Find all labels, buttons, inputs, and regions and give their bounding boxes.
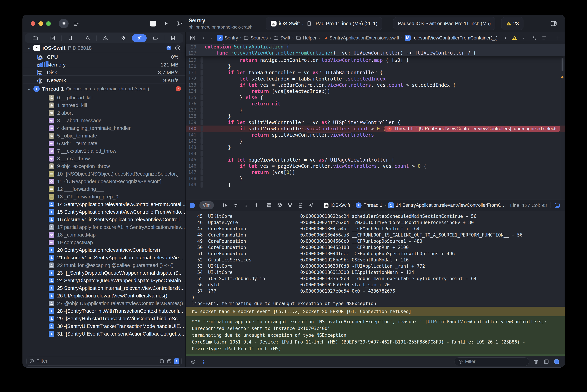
console-process-icon[interactable] <box>201 359 206 364</box>
console-filter-field[interactable]: Filter <box>454 357 529 366</box>
minimap-icon[interactable] <box>541 35 547 41</box>
stack-frame-row[interactable]: 10 -[NSObject(NSObject) doesNotRecognize… <box>23 170 186 178</box>
navigator-tab-debug-spray[interactable] <box>132 34 147 42</box>
process-row[interactable]: ⌄ iOS-Swift PID 98018 <box>23 44 186 52</box>
breadcrumb-item[interactable]: Sentry <box>217 35 238 41</box>
debug-process-crumb[interactable]: iOS-Swift <box>330 202 350 208</box>
code-line-147[interactable]: 147 return [vcs[0]] <box>186 169 565 176</box>
stack-frame-row[interactable]: 7 __cxxabiv1::failed_throw <box>23 147 186 155</box>
related-items-icon[interactable] <box>532 35 538 41</box>
step-out-button[interactable] <box>253 202 260 208</box>
stack-frame-row[interactable]: 8 __cxa_throw <box>23 155 186 162</box>
scheme-name[interactable]: iOS-Swift <box>279 21 300 26</box>
stack-frame-row[interactable]: 13 _CF_forwarding_prep_0 <box>23 193 186 200</box>
debug-view-3d-button[interactable] <box>276 202 283 208</box>
environment-overrides-button[interactable] <box>297 202 304 208</box>
debug-frame-crumb[interactable]: 14 SentryApplication.relevantViewControl… <box>396 202 506 208</box>
code-line-134[interactable]: 134 return [vcs[selectedIndex]] <box>186 88 565 94</box>
flatten-toggle-icon[interactable] <box>159 358 164 364</box>
navigator-tab-bookmark[interactable] <box>62 34 79 42</box>
stack-frame-row[interactable]: 11 -[UIResponder doesNotRecognizeSelecto… <box>23 178 186 185</box>
stack-frame-row[interactable]: 31 -[SentryUIEventTracker sendActionCall… <box>23 330 186 338</box>
intelligence-button[interactable] <box>73 20 80 27</box>
gauge-outline-icon[interactable] <box>175 45 181 51</box>
back-button[interactable] <box>201 35 206 40</box>
stack-frame-row[interactable]: 2 abort <box>23 109 186 117</box>
stack-frame-row[interactable]: 22 thunk for @escaping @callee_guarantee… <box>23 262 186 269</box>
navigator-filter-field[interactable]: Filter <box>26 357 182 366</box>
stack-frame-row[interactable]: 14 SentryApplication.relevantViewControl… <box>23 200 186 208</box>
simulate-location-button[interactable] <box>308 202 314 208</box>
navigator-tab-tag[interactable] <box>147 34 164 42</box>
stack-frame-row[interactable]: 5 _objc_terminate <box>23 132 186 140</box>
gauge-row-disk[interactable]: Disk3,7 MB/s <box>23 68 186 76</box>
code-line-127[interactable]: 127 func relevantViewControllerFromConta… <box>186 50 565 56</box>
breadcrumb-item[interactable]: SentryApplicationExtensions.swift <box>322 35 399 41</box>
stack-frame-row[interactable]: 25 SentryApplication.internal_relevantVi… <box>23 284 186 292</box>
gauge-row-network[interactable]: Network9 KB/s <box>23 76 186 84</box>
gauge-row-memory[interactable]: Memory121 MB <box>23 60 186 68</box>
error-annotation[interactable]: Thread 1: "-[UIPrintPanelViewController … <box>385 126 560 132</box>
console-view-toggle[interactable] <box>554 358 560 365</box>
user-frames-toggle[interactable] <box>174 358 180 364</box>
forward-button[interactable] <box>209 35 214 40</box>
code-line-148[interactable]: 148 } <box>186 176 565 182</box>
code-line-133[interactable]: 133 if let vcs = tabBarController.viewCo… <box>186 82 565 88</box>
continue-button[interactable] <box>222 202 228 208</box>
code-line-140[interactable]: 140 if splitViewController.viewControlle… <box>186 126 565 132</box>
stack-frame-row[interactable]: 17 partial apply for closure #1 in Sentr… <box>23 223 186 231</box>
add-editor-button[interactable] <box>555 35 561 41</box>
stack-frame-row[interactable]: 0 __pthread_kill <box>23 94 186 102</box>
stack-frame-row[interactable]: 24 SentryDispatchQueueWrapper.dispatchSy… <box>23 277 186 284</box>
stack-frame-row[interactable]: 1 pthread_kill <box>23 102 186 109</box>
clear-console-button[interactable] <box>533 359 539 365</box>
code-line-146[interactable]: 146 if let vcs = pageViewController.view… <box>186 163 565 169</box>
stack-frame-row[interactable]: 15 SentryApplication.relevantViewControl… <box>23 208 186 216</box>
step-over-button[interactable] <box>232 202 239 208</box>
variables-view-toggle[interactable] <box>543 358 550 365</box>
stack-frame-row[interactable]: 6 std::__terminate <box>23 140 186 147</box>
code-line-129[interactable]: 129 return navigationController.topViewC… <box>186 57 565 63</box>
navigator-tab-warning[interactable] <box>96 34 114 42</box>
stack-frame-row[interactable]: 20 SentryApplication.relevantviewControl… <box>23 246 186 254</box>
stack-frame-row[interactable]: 19 compactMap <box>23 238 186 246</box>
stack-frame-row[interactable]: 30 -[SentryUIEventTrackerTransactionMode… <box>23 322 186 330</box>
code-line-138[interactable]: 138 } <box>186 113 565 119</box>
editor-scrollbar[interactable] <box>560 56 565 200</box>
stop-button[interactable] <box>150 20 156 26</box>
disclosure-chevron-icon[interactable]: ⌄ <box>27 46 31 50</box>
editor-grid-icon[interactable] <box>190 35 195 41</box>
code-line-145[interactable]: 145 if let pageViewController = vc as? U… <box>186 157 565 163</box>
code-line-29[interactable]: 29extension SentryApplication { <box>186 44 565 50</box>
breadcrumb-item[interactable]: Sources <box>244 35 268 41</box>
breadcrumb-item[interactable]: MrelevantViewControllerFromContainer(_:) <box>405 35 498 41</box>
code-line-142[interactable]: 142 } <box>186 138 565 144</box>
code-line-143[interactable]: 143 } <box>186 144 565 150</box>
stack-frame-row[interactable]: 28 -[SentryTracer initWithTransactionCon… <box>23 307 186 315</box>
stack-frame-row[interactable]: 9 objc_exception_throw <box>23 162 186 170</box>
source-editor[interactable]: 129 return navigationController.topViewC… <box>186 56 565 200</box>
vim-mode-badge[interactable]: Vim <box>200 201 214 209</box>
breakpoints-toggle[interactable] <box>190 203 195 208</box>
stack-frame-row[interactable]: 23 -[_SentryDispatchQueueWrapperInternal… <box>23 269 186 277</box>
navigator-list-button[interactable] <box>59 19 68 28</box>
stack-frame-row[interactable]: 27 @objc UIApplication.relevantViewContr… <box>23 300 186 307</box>
disclosure-chevron-icon[interactable]: ⌄ <box>27 86 31 91</box>
memory-graph-button[interactable] <box>287 202 293 208</box>
code-line-132[interactable]: 132 let selectedIndex = tabBarController… <box>186 76 565 82</box>
thread-row[interactable]: ⌄ Thread 1 Queue: com.apple.main-thread … <box>23 84 186 93</box>
debug-area-toggle[interactable] <box>554 202 560 209</box>
stack-frame-row[interactable]: 26 UIApplication.relevantViewControllers… <box>23 292 186 300</box>
navigator-tab-report[interactable] <box>164 34 182 42</box>
code-line-141[interactable]: 141 return splitViewController.viewContr… <box>186 132 565 138</box>
gauge-row-cpu[interactable]: CPU0% <box>23 52 186 60</box>
code-line-131[interactable]: 131 if let tabBarController = vc as? UIT… <box>186 70 565 76</box>
resume-button[interactable] <box>163 20 169 26</box>
stack-frame-row[interactable]: 3 __abort_message <box>23 117 186 124</box>
debug-thread-crumb[interactable]: Thread 1 <box>364 202 382 208</box>
console-output-scope-icon[interactable] <box>190 359 196 364</box>
stack-frame-row[interactable]: 4 demangling_terminate_handler <box>23 124 186 132</box>
destination-name[interactable]: iPad Pro 11-inch (M5) (26.1) <box>314 21 378 26</box>
stack-frame-row[interactable]: 12 ___forwarding___ <box>23 185 186 193</box>
code-line-149[interactable]: 149 } <box>186 182 565 188</box>
